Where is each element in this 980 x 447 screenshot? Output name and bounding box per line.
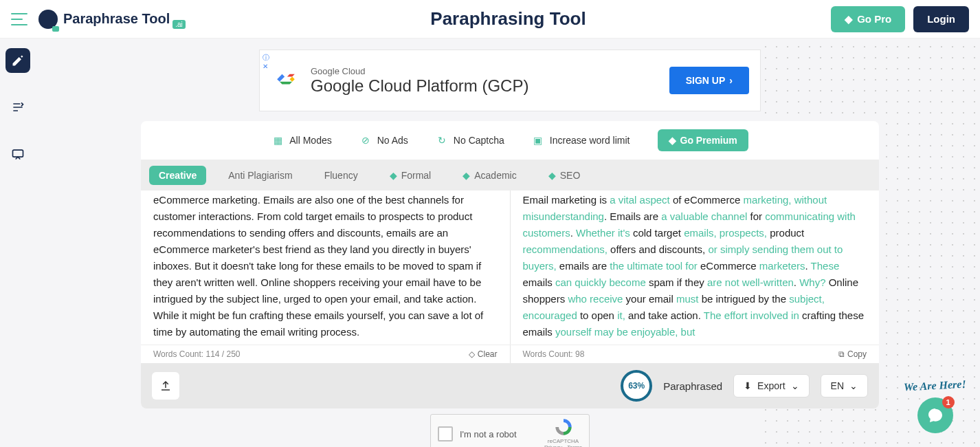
- google-cloud-icon: [271, 65, 301, 96]
- ad-title: Google Cloud Platform (GCP): [311, 76, 528, 96]
- input-text[interactable]: eCommerce marketing. Emails are also one…: [153, 190, 498, 340]
- sidebar-paraphrase-icon[interactable]: [5, 48, 30, 73]
- premium-bar: ▦ All Modes ⊘ No Ads ↻ No Captcha ▣ Incr…: [141, 121, 879, 160]
- no-ads-icon: ⊘: [359, 134, 372, 146]
- refresh-icon: ↻: [436, 134, 448, 146]
- input-footer: Words Count: 114 / 250 ◇ Clear: [141, 345, 511, 363]
- output-text: Email marketing is a vital aspect of eCo…: [523, 190, 867, 340]
- chat-button[interactable]: 1: [917, 397, 953, 433]
- mode-tabs: Creative Anti Plagiarism Fluency ◆Formal…: [141, 160, 879, 190]
- login-button[interactable]: Login: [913, 6, 969, 32]
- word-icon: ▣: [532, 134, 544, 146]
- svg-rect-0: [13, 150, 23, 157]
- page-title: Paraphrasing Tool: [186, 8, 831, 30]
- ad-banner: ⓘ ✕ Google Cloud Google Cloud Platform (…: [259, 50, 761, 111]
- upload-icon: [159, 380, 172, 392]
- ad-cta-label: SIGN UP: [686, 75, 726, 86]
- chat-badge: 1: [942, 396, 955, 408]
- ad-info-icon[interactable]: ⓘ: [263, 53, 269, 63]
- feature-no-ads: ⊘ No Ads: [359, 134, 408, 146]
- feature-word-limit: ▣ Increase word limit: [532, 134, 630, 146]
- go-premium-button[interactable]: ◆ Go Premium: [658, 129, 748, 151]
- output-pane: Email marketing is a vital aspect of eCo…: [511, 190, 880, 345]
- logo-badge: .ai: [172, 20, 186, 29]
- ad-close-icon[interactable]: ✕: [263, 63, 268, 70]
- diamond-icon: ◆: [669, 135, 676, 146]
- help-float: We Are Here! 1: [904, 380, 966, 433]
- menu-icon[interactable]: [11, 13, 27, 25]
- paraphrased-label: Paraphrased: [663, 380, 722, 392]
- recaptcha-text: I'm not a robot: [460, 429, 537, 439]
- logo[interactable]: Paraphrase Tool .ai: [38, 9, 186, 29]
- tab-creative[interactable]: Creative: [149, 166, 206, 185]
- tab-anti-plagiarism[interactable]: Anti Plagiarism: [219, 166, 302, 185]
- grid-icon: ▦: [271, 134, 284, 146]
- tab-academic[interactable]: ◆Academic: [453, 166, 526, 185]
- tab-formal[interactable]: ◆Formal: [380, 166, 441, 185]
- tab-seo[interactable]: ◆SEO: [539, 166, 590, 185]
- eraser-icon: ◇: [469, 349, 475, 359]
- recaptcha-checkbox[interactable]: [438, 426, 453, 441]
- diamond-icon: ◆: [548, 170, 556, 181]
- header: Paraphrase Tool .ai Paraphrasing Tool ◆ …: [0, 0, 980, 39]
- input-word-count: Words Count: 114 / 250: [153, 349, 241, 359]
- chat-icon: [927, 407, 944, 424]
- recaptcha[interactable]: I'm not a robot reCAPTCHA Privacy - Term…: [430, 414, 590, 447]
- go-pro-label: Go Pro: [857, 13, 891, 25]
- feature-all-modes: ▦ All Modes: [271, 134, 331, 146]
- tab-fluency[interactable]: Fluency: [315, 166, 368, 185]
- chevron-down-icon: ⌄: [849, 380, 858, 391]
- download-icon: ⬇: [744, 380, 752, 391]
- clear-button[interactable]: ◇ Clear: [469, 349, 498, 359]
- chevron-down-icon: ⌄: [791, 380, 799, 391]
- bottom-bar: 63% Paraphrased ⬇ Export ⌄ EN ⌄: [141, 363, 879, 408]
- logo-text: Paraphrase Tool: [63, 11, 170, 27]
- feature-no-captcha: ↻ No Captcha: [436, 134, 504, 146]
- ad-subtitle: Google Cloud: [311, 66, 528, 76]
- sidebar-chat-icon[interactable]: [5, 142, 30, 166]
- copy-button[interactable]: ⧉ Copy: [838, 349, 867, 359]
- go-pro-button[interactable]: ◆ Go Pro: [831, 6, 905, 32]
- logo-icon: [38, 10, 58, 29]
- upload-button[interactable]: [152, 372, 179, 400]
- we-are-here-text: We Are Here!: [904, 378, 966, 394]
- export-select[interactable]: ⬇ Export ⌄: [733, 374, 809, 397]
- recaptcha-icon: [554, 417, 573, 437]
- diamond-icon: ◆: [463, 170, 470, 181]
- copy-icon: ⧉: [838, 349, 845, 359]
- output-word-count: Words Count: 98: [523, 349, 585, 359]
- sidebar-summarize-icon[interactable]: [5, 95, 30, 120]
- tool-container: ▦ All Modes ⊘ No Ads ↻ No Captcha ▣ Incr…: [141, 121, 879, 408]
- diamond-icon: ◆: [845, 13, 853, 25]
- go-premium-label: Go Premium: [680, 135, 737, 146]
- sidebar: [5, 48, 30, 166]
- input-pane[interactable]: eCommerce marketing. Emails are also one…: [141, 190, 511, 345]
- recaptcha-badge: reCAPTCHA Privacy - Terms: [544, 417, 582, 447]
- chevron-right-icon: ›: [729, 75, 733, 86]
- percent-circle: 63%: [621, 370, 652, 402]
- language-select[interactable]: EN ⌄: [821, 374, 868, 397]
- ad-signup-button[interactable]: SIGN UP ›: [669, 67, 749, 94]
- diamond-icon: ◆: [390, 170, 397, 181]
- output-footer: Words Count: 98 ⧉ Copy: [511, 345, 880, 363]
